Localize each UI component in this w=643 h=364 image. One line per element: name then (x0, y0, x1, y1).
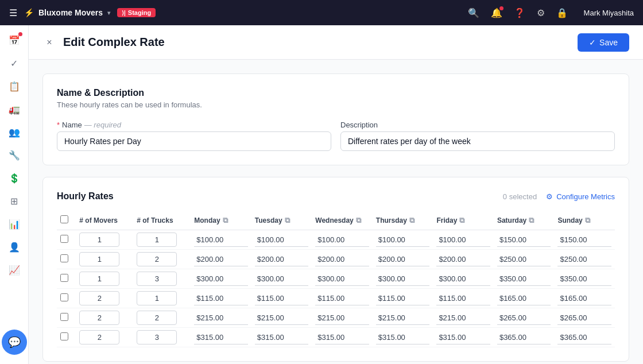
sidebar-item-team[interactable]: 👥 (4, 122, 25, 142)
row-3-checkbox[interactable] (60, 293, 68, 301)
chat-bubble-button[interactable]: 💬 (2, 330, 27, 355)
row-0-col-7-input[interactable] (436, 233, 490, 247)
row-2-col-1-input[interactable] (79, 272, 119, 286)
chat-icon: 💬 (8, 336, 21, 348)
row-2-col-3-input[interactable] (194, 272, 248, 286)
row-5-col-5-input[interactable] (315, 331, 369, 344)
row-2-col-7-input[interactable] (436, 272, 490, 286)
row-4-col-7-input[interactable] (436, 311, 490, 325)
row-1-col-3-input[interactable] (194, 253, 248, 266)
close-button[interactable]: × (42, 36, 56, 49)
row-3-col-4-input[interactable] (255, 292, 309, 305)
lock-icon[interactable]: 🔒 (556, 7, 568, 18)
bell-icon[interactable]: 🔔 (491, 7, 502, 18)
row-0-col-9-input[interactable] (557, 233, 611, 247)
row-4-col-3-input[interactable] (194, 311, 248, 325)
copy-saturday-icon[interactable]: ⧉ (529, 216, 534, 225)
sidebar-item-reports[interactable]: 📊 (4, 214, 25, 234)
row-0-col-4-input[interactable] (255, 233, 309, 247)
row-3-col-2-input[interactable] (137, 291, 177, 305)
row-2-col-2-input[interactable] (137, 272, 177, 286)
row-3-col-7-input[interactable] (436, 292, 490, 305)
row-3-col-9-input[interactable] (557, 292, 611, 305)
sidebar-item-analytics[interactable]: 📈 (4, 260, 25, 280)
row-4-col-1-input[interactable] (79, 311, 119, 325)
check-icon: ✓ (10, 58, 18, 69)
copy-friday-icon[interactable]: ⧉ (459, 216, 464, 225)
save-button[interactable]: ✓ Save (578, 33, 629, 52)
row-5-col-7-input[interactable] (436, 331, 490, 344)
configure-metrics-button[interactable]: ⚙ Configure Metrics (546, 192, 615, 201)
row-1-col-1-input[interactable] (79, 252, 119, 266)
row-5-col-9-input[interactable] (557, 331, 611, 344)
row-5-col-1-input[interactable] (79, 330, 119, 344)
row-2-col-6-input[interactable] (376, 272, 430, 286)
row-2-col-4-input[interactable] (255, 272, 309, 286)
help-icon[interactable]: ❓ (514, 7, 525, 18)
row-4-col-8-input[interactable] (497, 311, 551, 325)
row-0-col-1-input[interactable] (79, 233, 119, 247)
row-5-col-6-input[interactable] (376, 331, 430, 344)
sidebar-item-calendar[interactable]: 📅 (4, 30, 25, 51)
row-0-checkbox[interactable] (60, 235, 68, 243)
row-3-col-8-input[interactable] (497, 292, 551, 305)
brand-area[interactable]: ⚡ Bluxome Movers ▾ (24, 8, 110, 17)
description-input[interactable] (340, 131, 615, 151)
row-1-col-4-input[interactable] (255, 253, 309, 266)
row-0-col-6-input[interactable] (376, 233, 430, 247)
row-4-checkbox[interactable] (60, 313, 68, 321)
row-0-col-5-input[interactable] (315, 233, 369, 247)
sidebar-item-dollar[interactable]: 💲 (4, 168, 25, 188)
row-2-col-8-input[interactable] (497, 272, 551, 286)
description-label: Description (340, 121, 615, 129)
row-2-col-9-input[interactable] (557, 272, 611, 286)
row-1-col-2-input[interactable] (137, 252, 177, 266)
row-3-col-6-input[interactable] (376, 292, 430, 305)
row-1-col-6-input[interactable] (376, 253, 430, 266)
sidebar-item-check[interactable]: ✓ (4, 53, 25, 73)
row-4-col-9-input[interactable] (557, 311, 611, 325)
row-2-col-5-input[interactable] (315, 272, 369, 286)
row-1-col-7-input[interactable] (436, 253, 490, 266)
row-3-col-1-input[interactable] (79, 291, 119, 305)
name-input[interactable] (57, 131, 331, 151)
select-all-checkbox[interactable] (60, 215, 68, 223)
sidebar-item-person[interactable]: 👤 (4, 237, 25, 257)
row-3-col-5-input[interactable] (315, 292, 369, 305)
search-icon[interactable]: 🔍 (468, 7, 479, 18)
row-1-col-5-input[interactable] (315, 253, 369, 266)
row-4-col-4-input[interactable] (255, 311, 309, 325)
page-header-left: × Edit Complex Rate (42, 36, 165, 49)
row-4-col-6-input[interactable] (376, 311, 430, 325)
row-4-col-5-input[interactable] (315, 311, 369, 325)
row-4-col-2-input[interactable] (137, 311, 177, 325)
row-5-checkbox[interactable] (60, 332, 68, 340)
row-0-col-8-input[interactable] (497, 233, 551, 247)
row-5-col-3-input[interactable] (194, 331, 248, 344)
table-row (57, 308, 615, 328)
copy-monday-icon[interactable]: ⧉ (223, 216, 228, 225)
sidebar-item-users-settings[interactable]: 🔧 (4, 145, 25, 165)
sidebar-item-truck[interactable]: 🚛 (4, 99, 25, 119)
row-1-checkbox[interactable] (60, 254, 68, 262)
row-5-col-4-input[interactable] (255, 331, 309, 344)
gear-icon[interactable]: ⚙ (537, 7, 545, 18)
row-1-col-8-input[interactable] (497, 253, 551, 266)
copy-sunday-icon[interactable]: ⧉ (585, 216, 590, 225)
notification-dot (499, 6, 503, 10)
table-row (57, 328, 615, 347)
copy-thursday-icon[interactable]: ⧉ (409, 216, 415, 225)
row-1-col-9-input[interactable] (557, 253, 611, 266)
row-0-col-3-input[interactable] (194, 233, 248, 247)
row-3-col-3-input[interactable] (194, 292, 248, 305)
row-5-col-2-input[interactable] (137, 330, 177, 344)
row-2-checkbox[interactable] (60, 274, 68, 282)
copy-wednesday-icon[interactable]: ⧉ (356, 216, 361, 225)
staging-badge[interactable]: ⟩| Staging (117, 8, 156, 17)
sidebar-item-grid[interactable]: ⊞ (4, 191, 25, 211)
row-5-col-8-input[interactable] (497, 331, 551, 344)
sidebar-item-clipboard[interactable]: 📋 (4, 76, 25, 96)
copy-tuesday-icon[interactable]: ⧉ (285, 216, 290, 225)
menu-icon[interactable]: ☰ (9, 7, 17, 18)
row-0-col-2-input[interactable] (137, 233, 177, 247)
